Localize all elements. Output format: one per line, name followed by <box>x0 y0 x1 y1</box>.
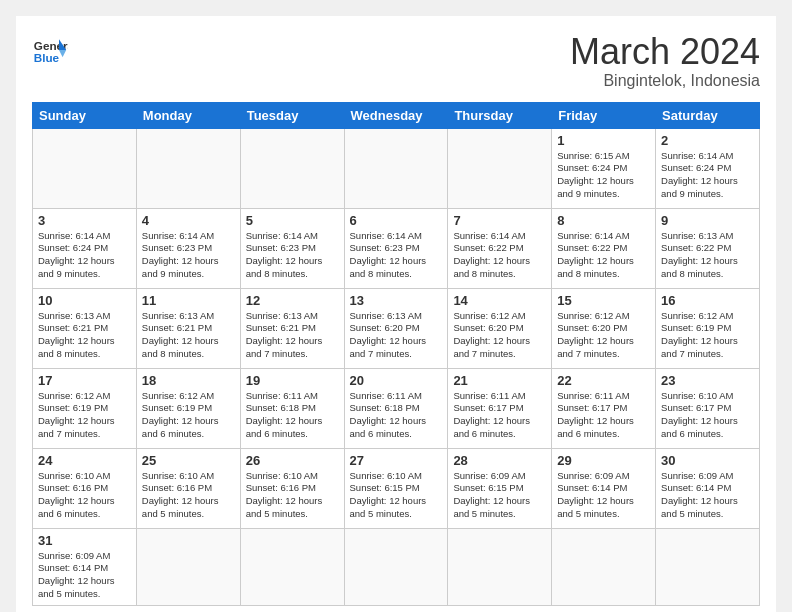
calendar-table: SundayMondayTuesdayWednesdayThursdayFrid… <box>32 102 760 606</box>
logo-icon: General Blue <box>32 32 68 68</box>
header-row: SundayMondayTuesdayWednesdayThursdayFrid… <box>33 102 760 128</box>
day-info: Sunrise: 6:09 AMSunset: 6:15 PMDaylight:… <box>453 470 530 519</box>
day-info: Sunrise: 6:10 AMSunset: 6:16 PMDaylight:… <box>142 470 219 519</box>
location-subtitle: Bingintelok, Indonesia <box>570 72 760 90</box>
day-cell: 27Sunrise: 6:10 AMSunset: 6:15 PMDayligh… <box>344 448 448 528</box>
week-row-4: 17Sunrise: 6:12 AMSunset: 6:19 PMDayligh… <box>33 368 760 448</box>
day-number: 6 <box>350 213 443 228</box>
day-cell: 28Sunrise: 6:09 AMSunset: 6:15 PMDayligh… <box>448 448 552 528</box>
day-number: 10 <box>38 293 131 308</box>
day-info: Sunrise: 6:12 AMSunset: 6:20 PMDaylight:… <box>557 310 634 359</box>
day-info: Sunrise: 6:09 AMSunset: 6:14 PMDaylight:… <box>661 470 738 519</box>
logo: General Blue <box>32 32 68 68</box>
day-info: Sunrise: 6:12 AMSunset: 6:19 PMDaylight:… <box>142 390 219 439</box>
day-info: Sunrise: 6:11 AMSunset: 6:18 PMDaylight:… <box>350 390 427 439</box>
day-number: 15 <box>557 293 650 308</box>
day-number: 1 <box>557 133 650 148</box>
day-cell: 12Sunrise: 6:13 AMSunset: 6:21 PMDayligh… <box>240 288 344 368</box>
day-number: 20 <box>350 373 443 388</box>
day-cell: 20Sunrise: 6:11 AMSunset: 6:18 PMDayligh… <box>344 368 448 448</box>
day-number: 12 <box>246 293 339 308</box>
day-cell <box>344 128 448 208</box>
day-cell: 13Sunrise: 6:13 AMSunset: 6:20 PMDayligh… <box>344 288 448 368</box>
day-number: 2 <box>661 133 754 148</box>
col-header-saturday: Saturday <box>656 102 760 128</box>
day-cell: 5Sunrise: 6:14 AMSunset: 6:23 PMDaylight… <box>240 208 344 288</box>
col-header-wednesday: Wednesday <box>344 102 448 128</box>
day-info: Sunrise: 6:15 AMSunset: 6:24 PMDaylight:… <box>557 150 634 199</box>
day-cell: 26Sunrise: 6:10 AMSunset: 6:16 PMDayligh… <box>240 448 344 528</box>
day-cell: 17Sunrise: 6:12 AMSunset: 6:19 PMDayligh… <box>33 368 137 448</box>
calendar-header: General Blue March 2024 Bingintelok, Ind… <box>32 32 760 90</box>
day-info: Sunrise: 6:14 AMSunset: 6:23 PMDaylight:… <box>142 230 219 279</box>
day-number: 5 <box>246 213 339 228</box>
day-number: 26 <box>246 453 339 468</box>
day-cell: 31Sunrise: 6:09 AMSunset: 6:14 PMDayligh… <box>33 528 137 605</box>
day-cell: 3Sunrise: 6:14 AMSunset: 6:24 PMDaylight… <box>33 208 137 288</box>
day-cell <box>240 528 344 605</box>
col-header-tuesday: Tuesday <box>240 102 344 128</box>
day-cell: 9Sunrise: 6:13 AMSunset: 6:22 PMDaylight… <box>656 208 760 288</box>
day-number: 13 <box>350 293 443 308</box>
day-cell: 23Sunrise: 6:10 AMSunset: 6:17 PMDayligh… <box>656 368 760 448</box>
week-row-6: 31Sunrise: 6:09 AMSunset: 6:14 PMDayligh… <box>33 528 760 605</box>
day-number: 7 <box>453 213 546 228</box>
day-cell <box>448 528 552 605</box>
col-header-friday: Friday <box>552 102 656 128</box>
day-info: Sunrise: 6:14 AMSunset: 6:23 PMDaylight:… <box>350 230 427 279</box>
day-number: 31 <box>38 533 131 548</box>
day-cell: 8Sunrise: 6:14 AMSunset: 6:22 PMDaylight… <box>552 208 656 288</box>
day-cell: 18Sunrise: 6:12 AMSunset: 6:19 PMDayligh… <box>136 368 240 448</box>
day-cell <box>656 528 760 605</box>
day-number: 23 <box>661 373 754 388</box>
title-block: March 2024 Bingintelok, Indonesia <box>570 32 760 90</box>
day-number: 25 <box>142 453 235 468</box>
day-info: Sunrise: 6:14 AMSunset: 6:22 PMDaylight:… <box>557 230 634 279</box>
day-number: 4 <box>142 213 235 228</box>
day-cell <box>448 128 552 208</box>
day-number: 17 <box>38 373 131 388</box>
day-info: Sunrise: 6:10 AMSunset: 6:16 PMDaylight:… <box>246 470 323 519</box>
day-cell: 22Sunrise: 6:11 AMSunset: 6:17 PMDayligh… <box>552 368 656 448</box>
day-number: 11 <box>142 293 235 308</box>
day-info: Sunrise: 6:12 AMSunset: 6:20 PMDaylight:… <box>453 310 530 359</box>
day-cell <box>33 128 137 208</box>
day-cell: 1Sunrise: 6:15 AMSunset: 6:24 PMDaylight… <box>552 128 656 208</box>
day-number: 22 <box>557 373 650 388</box>
week-row-2: 3Sunrise: 6:14 AMSunset: 6:24 PMDaylight… <box>33 208 760 288</box>
day-number: 3 <box>38 213 131 228</box>
day-info: Sunrise: 6:14 AMSunset: 6:24 PMDaylight:… <box>661 150 738 199</box>
day-number: 29 <box>557 453 650 468</box>
day-cell <box>240 128 344 208</box>
calendar-container: General Blue March 2024 Bingintelok, Ind… <box>16 16 776 612</box>
day-number: 14 <box>453 293 546 308</box>
day-info: Sunrise: 6:09 AMSunset: 6:14 PMDaylight:… <box>38 550 115 599</box>
week-row-3: 10Sunrise: 6:13 AMSunset: 6:21 PMDayligh… <box>33 288 760 368</box>
day-cell <box>136 528 240 605</box>
day-number: 9 <box>661 213 754 228</box>
day-cell: 14Sunrise: 6:12 AMSunset: 6:20 PMDayligh… <box>448 288 552 368</box>
svg-text:Blue: Blue <box>34 51 60 64</box>
day-info: Sunrise: 6:11 AMSunset: 6:18 PMDaylight:… <box>246 390 323 439</box>
day-cell: 16Sunrise: 6:12 AMSunset: 6:19 PMDayligh… <box>656 288 760 368</box>
day-info: Sunrise: 6:10 AMSunset: 6:15 PMDaylight:… <box>350 470 427 519</box>
day-number: 28 <box>453 453 546 468</box>
day-number: 21 <box>453 373 546 388</box>
day-cell: 24Sunrise: 6:10 AMSunset: 6:16 PMDayligh… <box>33 448 137 528</box>
day-number: 19 <box>246 373 339 388</box>
day-info: Sunrise: 6:11 AMSunset: 6:17 PMDaylight:… <box>557 390 634 439</box>
day-info: Sunrise: 6:13 AMSunset: 6:21 PMDaylight:… <box>142 310 219 359</box>
day-info: Sunrise: 6:10 AMSunset: 6:16 PMDaylight:… <box>38 470 115 519</box>
day-info: Sunrise: 6:14 AMSunset: 6:24 PMDaylight:… <box>38 230 115 279</box>
day-cell: 30Sunrise: 6:09 AMSunset: 6:14 PMDayligh… <box>656 448 760 528</box>
day-cell: 4Sunrise: 6:14 AMSunset: 6:23 PMDaylight… <box>136 208 240 288</box>
day-cell: 29Sunrise: 6:09 AMSunset: 6:14 PMDayligh… <box>552 448 656 528</box>
day-info: Sunrise: 6:12 AMSunset: 6:19 PMDaylight:… <box>38 390 115 439</box>
day-info: Sunrise: 6:10 AMSunset: 6:17 PMDaylight:… <box>661 390 738 439</box>
day-info: Sunrise: 6:13 AMSunset: 6:22 PMDaylight:… <box>661 230 738 279</box>
day-cell <box>344 528 448 605</box>
day-number: 30 <box>661 453 754 468</box>
col-header-thursday: Thursday <box>448 102 552 128</box>
week-row-5: 24Sunrise: 6:10 AMSunset: 6:16 PMDayligh… <box>33 448 760 528</box>
svg-marker-3 <box>59 50 66 57</box>
